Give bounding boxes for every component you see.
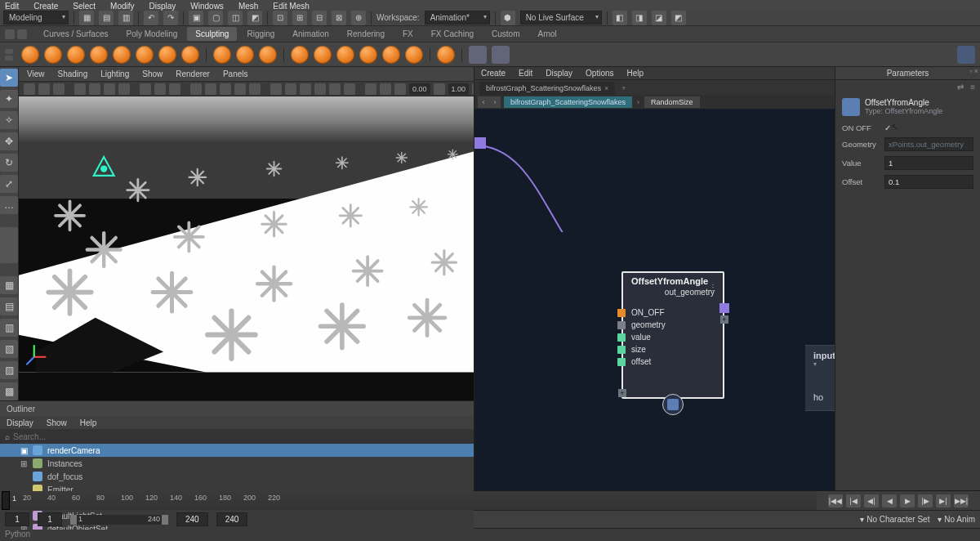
vt-icon[interactable]	[74, 83, 86, 95]
menu-windows[interactable]: Windows	[190, 2, 224, 11]
redo-icon[interactable]: ↷	[163, 11, 178, 25]
node-port-value[interactable]: value	[623, 331, 723, 343]
outliner-menu-help[interactable]: Help	[80, 418, 97, 427]
undo-icon[interactable]: ↶	[144, 11, 158, 25]
select-mode-icon[interactable]: ▣	[189, 11, 203, 25]
outliner-item-doffocus[interactable]: dof_focus	[0, 470, 474, 483]
view-menu-view[interactable]: View	[27, 69, 45, 78]
vt-icon[interactable]	[118, 83, 130, 95]
param-value-value[interactable]: 1	[884, 156, 973, 170]
param-check-icon[interactable]: ✓	[884, 123, 891, 132]
sculpt-tool-icon[interactable]	[359, 46, 377, 64]
workspace-dropdown[interactable]: Animation*	[425, 11, 490, 25]
node-port-offset[interactable]: offset	[623, 355, 723, 368]
script-mode[interactable]: Python	[5, 530, 30, 539]
outliner-menu-show[interactable]: Show	[47, 418, 67, 427]
vt-icon[interactable]	[329, 83, 341, 95]
layout4-icon[interactable]: ▧	[0, 340, 18, 358]
outliner-menu-display[interactable]: Display	[7, 418, 33, 427]
lasso-tool-icon[interactable]: ✦	[0, 90, 18, 108]
vt-icon[interactable]	[234, 83, 246, 95]
time-cursor[interactable]: 1	[2, 491, 10, 510]
sculpt-tool-icon[interactable]	[136, 46, 154, 64]
sculpt-tool-icon[interactable]	[90, 46, 108, 64]
layout6-icon[interactable]: ▩	[0, 382, 18, 400]
sculpt-tool-icon[interactable]	[44, 46, 62, 64]
param-tool-icon[interactable]: ⇄	[957, 83, 964, 92]
vt-icon[interactable]	[140, 83, 151, 95]
play-back-button[interactable]: ◀	[882, 494, 897, 507]
vt-icon[interactable]	[434, 83, 445, 95]
range-handle-icon[interactable]	[162, 515, 168, 525]
vt-icon[interactable]	[104, 83, 115, 95]
close-icon[interactable]: ×	[974, 67, 978, 75]
view-menu-renderer[interactable]: Renderer	[176, 69, 210, 78]
sculpt-settings-icon[interactable]	[492, 46, 510, 64]
graph-menu-help[interactable]: Help	[627, 69, 644, 78]
graph-menu-display[interactable]: Display	[546, 69, 572, 78]
vt-icon[interactable]	[249, 83, 261, 95]
sculpt-tool-icon[interactable]	[67, 46, 85, 64]
menu-mesh[interactable]: Mesh	[238, 2, 258, 11]
shelf-tab-rendering[interactable]: Rendering	[339, 27, 393, 41]
time-ruler[interactable]: 1 20 40 60 80 100 120 140 160 180 200 22…	[0, 491, 817, 510]
sculpt-tool-icon[interactable]	[382, 46, 400, 64]
vt-icon[interactable]	[53, 83, 65, 95]
layout1-icon[interactable]: ▦	[0, 276, 18, 294]
vt-icon[interactable]	[154, 83, 166, 95]
vt-icon[interactable]	[190, 83, 202, 95]
shelf-tab-custom[interactable]: Custom	[483, 27, 528, 41]
view-menu-show[interactable]: Show	[142, 69, 163, 78]
menu-edit[interactable]: Edit	[5, 2, 19, 11]
last-tool-icon[interactable]: …	[0, 196, 18, 214]
sculpt-settings-icon[interactable]	[469, 46, 487, 64]
select-mode3-icon[interactable]: ◫	[228, 11, 243, 25]
shelf-handle-icon[interactable]	[17, 29, 27, 39]
range-start-field[interactable]: 1	[5, 512, 29, 526]
vt-icon[interactable]	[24, 83, 35, 95]
view-menu-shading[interactable]: Shading	[58, 69, 88, 78]
vt-icon[interactable]	[380, 83, 391, 95]
menu-modify[interactable]: Modify	[110, 2, 134, 11]
graph-tab-add[interactable]: +	[618, 82, 629, 95]
graph-editor[interactable]: Create Edit Display Options Help bifrost…	[474, 67, 835, 490]
select-mode2-icon[interactable]: ▢	[208, 11, 223, 25]
anim-dropdown[interactable]: ▾ No Anim	[938, 515, 975, 524]
shelf-tab-arnold[interactable]: Arnol	[529, 27, 564, 41]
param-value-geometry[interactable]: xPoints.out_geometry	[884, 137, 973, 151]
sculpt-tool-icon[interactable]	[21, 46, 39, 64]
graph-tab[interactable]: bifrostGraph_ScatteringSnowflakes×	[479, 82, 615, 95]
graph-canvas[interactable]: OffsetYfromAngle ⋮ out_geometry + ON_OFF…	[474, 110, 835, 490]
outliner-item-rendercamera[interactable]: ▣renderCamera	[0, 444, 474, 457]
sculpt-tool-icon[interactable]	[181, 46, 199, 64]
shelf-tab-animation[interactable]: Animation	[284, 27, 336, 41]
misc3-icon[interactable]: ◪	[652, 11, 666, 25]
nav-fwd-icon[interactable]: ›	[489, 96, 501, 108]
mode-dropdown[interactable]: Modeling	[3, 11, 69, 25]
select-mode4-icon[interactable]: ◩	[247, 11, 262, 25]
range-playend-field[interactable]: 240	[176, 512, 208, 526]
snap4-icon[interactable]: ⊠	[332, 11, 346, 25]
vt-icon[interactable]	[38, 83, 50, 95]
graph-menu-create[interactable]: Create	[481, 69, 506, 78]
open-icon[interactable]: ▤	[99, 11, 114, 25]
node-port-onoff[interactable]: ON_OFF	[623, 306, 723, 319]
step-fwd-button[interactable]: |▶	[918, 494, 933, 507]
menu-display[interactable]: Display	[149, 2, 176, 11]
goto-end-button[interactable]: ▶▶|	[954, 494, 969, 507]
menu-select[interactable]: Select	[73, 2, 96, 11]
graph-node-offsetyangle[interactable]: OffsetYfromAngle ⋮ out_geometry + ON_OFF…	[621, 271, 724, 399]
view-menu-panels[interactable]: Panels	[223, 69, 248, 78]
vt-icon[interactable]	[89, 83, 100, 95]
shelf-tab-poly[interactable]: Poly Modeling	[118, 27, 185, 41]
scale-tool-icon[interactable]: ⤢	[0, 175, 18, 193]
layout2-icon[interactable]: ▤	[0, 297, 18, 315]
shelf-tab-rigging[interactable]: Rigging	[238, 27, 283, 41]
snap5-icon[interactable]: ⊕	[351, 11, 366, 25]
snap3-icon[interactable]: ⊟	[312, 11, 327, 25]
node-port-size[interactable]: size	[623, 343, 723, 355]
toolbox-icon[interactable]	[0, 227, 18, 263]
sculpt-tool-icon[interactable]	[236, 46, 254, 64]
time-slider[interactable]: 1 20 40 60 80 100 120 140 160 180 200 22…	[0, 490, 980, 510]
outliner-item-instances[interactable]: ⊞Instances	[0, 457, 474, 470]
